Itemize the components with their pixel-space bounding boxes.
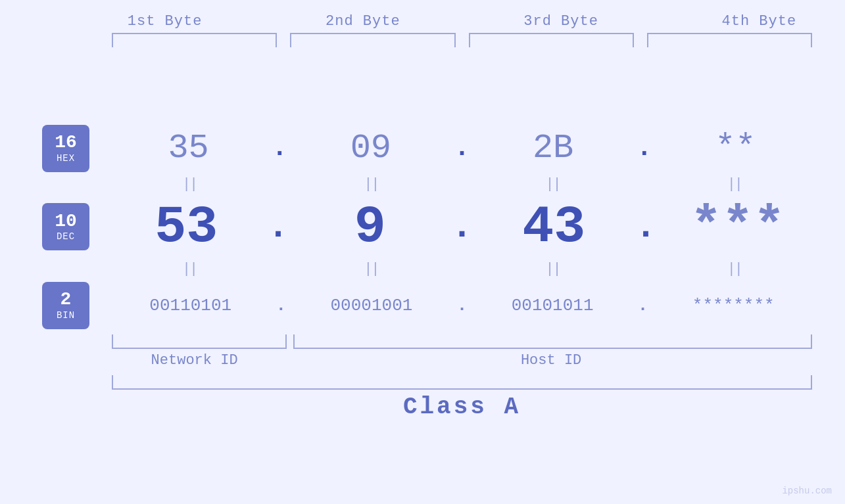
bin-byte3: 00101011 (467, 296, 638, 315)
bin-dot1: . (276, 296, 287, 315)
dec-byte4: *** (657, 197, 819, 257)
byte4-header: 4th Byte (660, 13, 845, 30)
hex-byte2: 09 (287, 129, 454, 168)
dec-byte1: 53 (105, 197, 267, 257)
host-id-label: Host ID (283, 352, 819, 369)
network-id-bracket (112, 334, 287, 349)
hex-byte1: 35 (105, 129, 272, 168)
top-bracket-2 (290, 33, 455, 47)
id-labels-spacer (26, 352, 105, 369)
hex-section: 16 HEX 35 . 09 . 2B . ** (26, 125, 819, 172)
byte1-header: 1st Byte (66, 13, 264, 30)
hex-dot3: . (637, 133, 652, 163)
dec-section: 10 DEC 53 . 9 . 43 . *** (26, 197, 819, 257)
bin-badge: 2 BIN (42, 282, 89, 329)
dec-badge: 10 DEC (42, 203, 89, 250)
sep1-eq2: || (287, 176, 455, 193)
dec-base-name: DEC (57, 231, 75, 242)
class-bracket-spacer (26, 375, 105, 390)
bin-base-name: BIN (57, 310, 75, 321)
dec-base-number: 10 (55, 212, 77, 232)
sep1: || . || . || . || (26, 172, 819, 197)
top-bracket-4-line (647, 33, 812, 47)
bin-byte1: 00110101 (105, 296, 276, 315)
bottom-brackets-container (26, 334, 819, 349)
bin-dot3: . (638, 296, 648, 315)
class-label-row: Class A (26, 394, 819, 421)
sep2-row: || . || . || . || (105, 261, 819, 277)
hex-dot1: . (272, 133, 287, 163)
sep2-eq4: || (650, 261, 819, 277)
top-bracket-1 (112, 33, 277, 47)
main-container: 1st Byte 2nd Byte 3rd Byte 4th Byte 16 H… (0, 0, 845, 504)
hex-row: 35 . 09 . 2B . ** (105, 129, 819, 168)
dec-byte3: 43 (473, 197, 635, 257)
sep2-eq3: || (469, 261, 637, 277)
class-label-spacer (26, 394, 105, 421)
bin-base-number: 2 (60, 290, 72, 310)
network-id-label: Network ID (105, 352, 283, 369)
sep1-eq1: || (105, 176, 274, 193)
top-bracket-1-line (112, 33, 277, 47)
top-brackets (105, 33, 819, 47)
bin-badge-container: 2 BIN (26, 282, 105, 329)
hex-base-name: HEX (57, 153, 75, 164)
sep2: || . || . || . || (26, 257, 819, 282)
host-id-bracket (293, 334, 812, 349)
top-bracket-2-line (290, 33, 455, 47)
hex-byte4: ** (652, 129, 819, 168)
byte3-header: 3rd Byte (462, 13, 660, 30)
sep1-eq4: || (650, 176, 819, 193)
hex-badge: 16 HEX (42, 125, 89, 172)
bin-section: 2 BIN 00110101 . 00001001 . 00101011 . *… (26, 282, 819, 329)
bin-dot2: . (457, 296, 468, 315)
hex-badge-container: 16 HEX (26, 125, 105, 172)
sep2-spacer1: . (274, 261, 287, 277)
byte2-header: 2nd Byte (264, 13, 462, 30)
id-labels: Network ID Host ID (26, 352, 819, 369)
dec-row: 53 . 9 . 43 . *** (105, 197, 819, 257)
hex-byte3: 2B (470, 129, 637, 168)
top-bracket-3 (469, 33, 634, 47)
sep1-spacer2: . (456, 176, 469, 193)
dec-badge-container: 10 DEC (26, 203, 105, 250)
dec-dot2: . (451, 206, 473, 248)
dec-dot1: . (267, 206, 289, 248)
byte-headers: 1st Byte 2nd Byte 3rd Byte 4th Byte (66, 13, 845, 30)
class-bracket (112, 375, 812, 390)
hex-base-number: 16 (55, 133, 77, 153)
sep1-eq3: || (469, 176, 637, 193)
bin-byte4: ******** (648, 296, 819, 315)
hex-dot2: . (454, 133, 470, 163)
sep2-spacer3: . (637, 261, 650, 277)
top-bracket-3-line (469, 33, 634, 47)
bin-byte2: 00001001 (286, 296, 457, 315)
dec-byte2: 9 (289, 197, 451, 257)
sep2-eq2: || (287, 261, 455, 277)
watermark: ipshu.com (782, 486, 832, 496)
sep1-spacer3: . (637, 176, 650, 193)
sep1-spacer1: . (274, 176, 287, 193)
sep1-row: || . || . || . || (105, 176, 819, 193)
dec-dot3: . (635, 206, 656, 248)
content-wrapper: 16 HEX 35 . 09 . 2B . ** || . || . (26, 47, 819, 497)
top-bracket-4 (647, 33, 812, 47)
class-label: Class A (105, 394, 819, 421)
bin-row: 00110101 . 00001001 . 00101011 . *******… (105, 296, 819, 315)
bottom-brackets-spacer (26, 334, 105, 349)
class-bracket-container (26, 375, 819, 390)
sep2-eq1: || (105, 261, 274, 277)
sep2-spacer2: . (456, 261, 469, 277)
